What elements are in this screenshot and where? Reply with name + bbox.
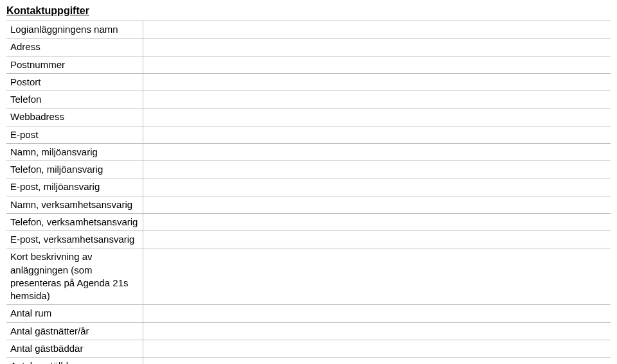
field-value[interactable] — [143, 305, 611, 322]
table-row: E-post, miljöansvarig — [6, 178, 611, 196]
field-label: Postnummer — [6, 56, 143, 73]
field-label: Namn, miljöansvarig — [6, 143, 143, 160]
field-value[interactable] — [143, 21, 611, 39]
field-value[interactable] — [143, 108, 611, 126]
field-label: Telefon, miljöansvarig — [6, 161, 143, 178]
field-label: E-post, miljöansvarig — [6, 178, 143, 196]
field-value[interactable] — [143, 196, 611, 213]
field-label: Telefon — [6, 91, 143, 108]
table-row: Antal gästbäddar — [6, 340, 611, 357]
table-row: Antal anställda — [6, 358, 611, 365]
table-row: Webbadress — [6, 108, 611, 126]
table-row: Kort beskrivning av anläggningen (som pr… — [6, 248, 611, 305]
table-row: Antal gästnätter/år — [6, 322, 611, 340]
field-value[interactable] — [143, 322, 611, 340]
table-row: Postnummer — [6, 56, 611, 73]
table-row: Telefon — [6, 91, 611, 108]
field-label: Antal gästnätter/år — [6, 322, 143, 340]
field-label: E-post — [6, 126, 143, 143]
field-label: E-post, verksamhetsansvarig — [6, 231, 143, 248]
field-label: Webbadress — [6, 108, 143, 126]
field-value[interactable] — [143, 143, 611, 160]
field-value[interactable] — [143, 340, 611, 357]
table-row: E-post — [6, 126, 611, 143]
field-label: Telefon, verksamhetsansvarig — [6, 213, 143, 230]
field-label: Kort beskrivning av anläggningen (som pr… — [6, 248, 143, 305]
table-row: Telefon, miljöansvarig — [6, 161, 611, 178]
field-value[interactable] — [143, 358, 611, 365]
field-value[interactable] — [143, 126, 611, 143]
field-value[interactable] — [143, 39, 611, 56]
field-value[interactable] — [143, 248, 611, 305]
table-row: Postort — [6, 73, 611, 91]
field-label: Antal anställda — [6, 358, 143, 365]
field-label: Namn, verksamhetsansvarig — [6, 196, 143, 213]
table-row: Telefon, verksamhetsansvarig — [6, 213, 611, 230]
field-value[interactable] — [143, 161, 611, 178]
table-row: Logianläggningens namn — [6, 21, 611, 39]
field-label: Adress — [6, 39, 143, 56]
table-row: Namn, verksamhetsansvarig — [6, 196, 611, 213]
field-value[interactable] — [143, 73, 611, 91]
field-value[interactable] — [143, 231, 611, 248]
field-value[interactable] — [143, 56, 611, 73]
field-value[interactable] — [143, 213, 611, 230]
section-heading: Kontaktuppgifter — [6, 5, 611, 17]
field-value[interactable] — [143, 178, 611, 196]
contact-table: Logianläggningens namnAdressPostnummerPo… — [6, 21, 611, 364]
field-value[interactable] — [143, 91, 611, 108]
table-row: Adress — [6, 39, 611, 56]
field-label: Postort — [6, 73, 143, 91]
field-label: Antal rum — [6, 305, 143, 322]
field-label: Antal gästbäddar — [6, 340, 143, 357]
table-row: Antal rum — [6, 305, 611, 322]
table-row: E-post, verksamhetsansvarig — [6, 231, 611, 248]
field-label: Logianläggningens namn — [6, 21, 143, 39]
table-row: Namn, miljöansvarig — [6, 143, 611, 160]
